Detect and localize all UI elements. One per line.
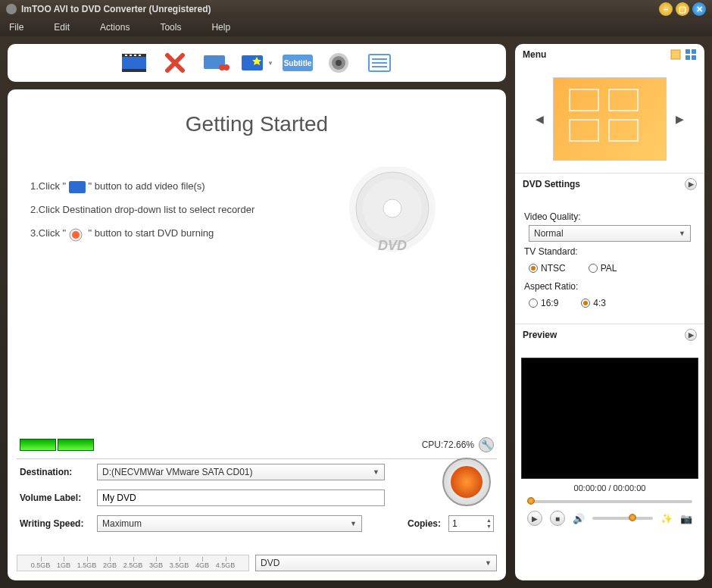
svg-rect-5 <box>134 55 136 56</box>
close-button[interactable]: ✕ <box>692 2 706 16</box>
clip-button[interactable] <box>199 49 233 77</box>
ruler-tick-label: 3GB <box>149 561 163 569</box>
svg-rect-0 <box>122 55 146 70</box>
aspect-43-radio[interactable]: 4:3 <box>581 298 606 308</box>
window-title: ImTOO AVI to DVD Converter (Unregistered… <box>21 4 656 14</box>
svg-rect-4 <box>130 55 132 56</box>
writing-speed-label: Writing Speed: <box>20 518 89 529</box>
svg-rect-30 <box>692 49 696 54</box>
titlebar: ImTOO AVI to DVD Converter (Unregistered… <box>0 0 712 18</box>
volume-slider[interactable] <box>592 517 653 520</box>
ruler-tick-label: 3.5GB <box>170 561 189 569</box>
pal-radio[interactable]: PAL <box>589 263 617 274</box>
menu-file[interactable]: File <box>9 22 23 33</box>
svg-rect-32 <box>692 55 696 60</box>
preview-label: Preview <box>523 330 557 340</box>
audio-button[interactable] <box>322 49 355 77</box>
remove-button[interactable] <box>158 49 192 77</box>
time-display: 00:00:00 / 00:00:00 <box>521 479 698 497</box>
subtitle-button[interactable]: Subtitle <box>281 49 314 77</box>
cpu-bar: CPU:72.66% 🔧 <box>8 431 506 458</box>
content-panel: Getting Started 1.Click " " button to ad… <box>8 89 506 580</box>
effects-button[interactable]: ▼ <box>240 49 273 77</box>
template-menu-icon[interactable] <box>685 48 697 61</box>
ruler-tick-label: 4.5GB <box>216 561 236 569</box>
add-video-button[interactable] <box>117 49 151 77</box>
destination-dropdown[interactable]: D:(NECVMWar VMware SATA CD01)▼ <box>97 464 385 480</box>
menu-template-thumb[interactable] <box>553 77 667 161</box>
toolbar: ▼ Subtitle <box>8 44 506 82</box>
svg-rect-6 <box>139 55 141 56</box>
volume-label-label: Volume Label: <box>20 493 89 503</box>
edit-menu-icon[interactable] <box>670 48 682 61</box>
dvd-settings-label: DVD Settings <box>523 179 580 189</box>
svg-point-9 <box>223 64 230 70</box>
menu-next-button[interactable]: ▶ <box>673 110 687 128</box>
menu-tools[interactable]: Tools <box>160 22 181 33</box>
ruler-tick-label: 1GB <box>57 561 70 569</box>
svg-text:Subtitle: Subtitle <box>284 59 312 67</box>
minimize-button[interactable]: – <box>659 2 673 16</box>
instructions: 1.Click " " button to add video file(s) … <box>8 144 506 253</box>
add-video-inline-icon <box>69 181 86 193</box>
ruler-tick-label: 4GB <box>195 561 209 569</box>
cpu-gauge <box>20 439 56 451</box>
preview-expand-button[interactable]: ▶ <box>685 329 697 341</box>
svg-rect-10 <box>242 55 263 70</box>
burn-inline-icon <box>69 228 86 240</box>
svg-point-16 <box>336 60 342 66</box>
maximize-button[interactable]: ▢ <box>676 2 689 16</box>
svg-rect-3 <box>125 55 127 56</box>
menu-prev-button[interactable]: ◀ <box>532 110 547 128</box>
ruler-tick-label: 2.5GB <box>123 561 143 569</box>
svg-rect-21 <box>69 181 86 193</box>
burn-button[interactable] <box>442 458 491 506</box>
aspect-169-radio[interactable]: 16:9 <box>529 298 558 308</box>
svg-rect-31 <box>685 55 690 60</box>
svg-rect-2 <box>122 69 146 72</box>
dvd-settings-expand-button[interactable]: ▶ <box>685 178 697 190</box>
app-icon <box>6 4 17 14</box>
writing-speed-dropdown[interactable]: Maximum▼ <box>97 515 362 532</box>
svg-rect-28 <box>671 50 680 59</box>
menu-section-label: Menu <box>523 49 546 60</box>
svg-rect-29 <box>685 49 690 54</box>
menu-help[interactable]: Help <box>211 22 230 33</box>
getting-started-title: Getting Started <box>8 89 506 144</box>
tv-standard-label: TV Standard: <box>524 246 695 257</box>
volume-icon[interactable]: 🔊 <box>573 513 585 524</box>
ntsc-radio[interactable]: NTSC <box>529 263 566 274</box>
ruler-tick-label: 0.5GB <box>31 561 51 569</box>
seek-slider[interactable] <box>527 500 692 503</box>
stop-button[interactable]: ■ <box>550 511 565 526</box>
svg-point-25 <box>383 199 401 217</box>
menu-edit[interactable]: Edit <box>54 22 70 33</box>
menu-actions[interactable]: Actions <box>100 22 130 33</box>
menubar: File Edit Actions Tools Help <box>0 18 712 36</box>
play-button[interactable]: ▶ <box>527 511 542 526</box>
snapshot-icon[interactable]: 📷 <box>680 513 692 524</box>
ruler-track: 0.5GB1GB1.5GB2GB2.5GB3GB3.5GB4GB4.5GB <box>17 555 249 571</box>
copies-label: Copies: <box>408 518 441 529</box>
volume-label-input[interactable] <box>97 489 385 506</box>
wand-icon[interactable]: ✨ <box>660 513 673 524</box>
destination-label: Destination: <box>20 467 89 477</box>
video-quality-label: Video Quality: <box>524 211 695 222</box>
svg-text:DVD: DVD <box>378 238 407 253</box>
list-button[interactable] <box>363 49 396 77</box>
size-ruler: 0.5GB1GB1.5GB2GB2.5GB3GB3.5GB4GB4.5GB DV… <box>17 546 497 571</box>
ruler-tick-label: 1.5GB <box>77 561 97 569</box>
preview-video <box>521 358 698 479</box>
dvd-icon: DVD <box>347 167 438 258</box>
disc-type-dropdown[interactable]: DVD▼ <box>255 555 497 571</box>
ruler-tick-label: 2GB <box>103 561 117 569</box>
settings-gear-button[interactable]: 🔧 <box>479 437 494 452</box>
svg-point-23 <box>72 231 80 239</box>
cpu-label: CPU:72.66% <box>422 439 474 450</box>
video-quality-dropdown[interactable]: Normal▼ <box>529 225 691 242</box>
aspect-ratio-label: Aspect Ratio: <box>524 281 695 292</box>
copies-spinner[interactable]: 1 ▲▼ <box>448 515 494 532</box>
right-panel: Menu ◀ ▶ DVD Settings ▶ Video Quality: N… <box>515 44 704 580</box>
cpu-gauge <box>58 439 94 451</box>
